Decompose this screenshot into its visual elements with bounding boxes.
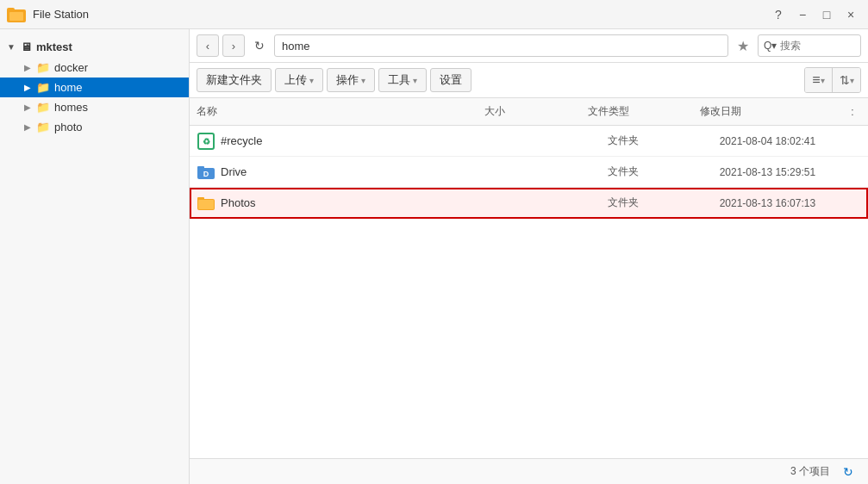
recycle-icon: ♻	[197, 132, 215, 151]
sidebar: ▼ 🖥 mktest ▶ 📁 docker ▶ 📁 home ▶ 📁 homes	[0, 29, 190, 484]
view-options: ≡ ▾ ⇅ ▾	[804, 67, 861, 93]
sort-button[interactable]: ⇅ ▾	[833, 68, 860, 92]
maximize-button[interactable]: □	[816, 4, 837, 25]
svg-rect-1	[7, 8, 15, 12]
toolbar-top: ‹ › ↻ ★ Q▾	[190, 29, 868, 63]
upload-label: 上传	[284, 72, 307, 88]
photos-folder-icon	[197, 194, 215, 213]
search-input[interactable]	[780, 40, 849, 52]
titlebar: File Station ? − □ ×	[0, 0, 868, 29]
star-icon: ★	[737, 38, 749, 54]
toolbar-buttons: 新建文件夹 上传 ▾ 操作 ▾ 工具 ▾ 设置 ≡ ▾	[190, 63, 868, 98]
table-row[interactable]: D Drive 文件夹 2021-08-13 15:29:51	[190, 157, 868, 188]
home-folder-icon: 📁	[36, 81, 50, 94]
settings-button[interactable]: 设置	[430, 68, 471, 92]
sidebar-children: ▶ 📁 docker ▶ 📁 home ▶ 📁 homes ▶ 📁 photo	[0, 58, 189, 137]
app-icon	[7, 5, 26, 24]
photo-arrow: ▶	[24, 122, 36, 132]
upload-caret: ▾	[309, 76, 314, 85]
row-date: 2021-08-13 16:07:13	[720, 197, 861, 209]
sort-icon: ⇅	[840, 73, 850, 87]
tools-caret: ▾	[413, 76, 417, 85]
forward-icon: ›	[232, 40, 235, 53]
col-date-label: 修改日期	[700, 104, 741, 119]
search-box[interactable]: Q▾	[758, 34, 861, 57]
sidebar-root-mktest[interactable]: ▼ 🖥 mktest	[0, 36, 189, 58]
col-type-header[interactable]: 文件类型	[588, 104, 700, 119]
app-title: File Station	[33, 8, 768, 21]
col-more-header[interactable]: :	[844, 106, 861, 118]
docker-folder-icon: 📁	[36, 61, 50, 74]
homes-folder-icon: 📁	[36, 101, 50, 114]
tools-button[interactable]: 工具 ▾	[378, 68, 427, 92]
root-arrow: ▼	[7, 42, 19, 52]
new-folder-label: 新建文件夹	[206, 72, 262, 88]
root-label: mktest	[36, 40, 182, 53]
file-panel: ‹ › ↻ ★ Q▾ 新建文件夹 上传 ▾	[190, 29, 868, 484]
sidebar-item-home[interactable]: ▶ 📁 home	[0, 78, 189, 97]
col-type-label: 文件类型	[588, 104, 629, 119]
minimize-button[interactable]: −	[792, 4, 813, 25]
action-caret: ▾	[361, 76, 365, 85]
col-name-header[interactable]: 名称	[197, 104, 484, 119]
drive-folder-icon: D	[197, 163, 215, 182]
col-more-icon: :	[851, 106, 853, 118]
action-label: 操作	[336, 72, 359, 88]
address-bar[interactable]	[274, 34, 728, 57]
window-controls: ? − □ ×	[768, 4, 861, 25]
col-size-header[interactable]: 大小	[484, 104, 588, 119]
file-list-body: ♻ #recycle 文件夹 2021-08-04 18:02:41 D Dr	[190, 126, 868, 458]
list-view-button[interactable]: ≡ ▾	[805, 68, 833, 92]
sidebar-item-docker[interactable]: ▶ 📁 docker	[0, 58, 189, 78]
file-list-header: 名称 大小 文件类型 修改日期 :	[190, 98, 868, 126]
sort-dropdown[interactable]: ▾	[850, 76, 854, 85]
row-date: 2021-08-04 18:02:41	[720, 135, 861, 147]
homes-label: homes	[54, 101, 182, 114]
list-view-icon: ≡	[812, 72, 820, 88]
main-content: ▼ 🖥 mktest ▶ 📁 docker ▶ 📁 home ▶ 📁 homes	[0, 29, 868, 484]
svg-text:♻: ♻	[203, 137, 210, 146]
row-name: Drive	[221, 165, 504, 178]
table-row[interactable]: ♻ #recycle 文件夹 2021-08-04 18:02:41	[190, 126, 868, 157]
new-folder-button[interactable]: 新建文件夹	[197, 68, 272, 92]
row-type: 文件夹	[608, 195, 720, 210]
table-row[interactable]: Photos 文件夹 2021-08-13 16:07:13	[190, 188, 868, 219]
list-view-dropdown[interactable]: ▾	[821, 76, 825, 85]
svg-rect-10	[198, 200, 214, 209]
back-button[interactable]: ‹	[197, 34, 219, 57]
item-count: 3 个项目	[790, 464, 830, 479]
status-refresh-button[interactable]: ↻	[839, 462, 858, 481]
svg-text:D: D	[203, 170, 209, 178]
favorite-button[interactable]: ★	[732, 34, 754, 57]
refresh-button[interactable]: ↻	[248, 34, 271, 57]
action-button[interactable]: 操作 ▾	[327, 68, 375, 92]
home-label: home	[54, 81, 182, 94]
homes-arrow: ▶	[24, 102, 36, 112]
row-type: 文件夹	[608, 133, 720, 148]
docker-arrow: ▶	[24, 63, 36, 72]
help-button[interactable]: ?	[768, 4, 789, 25]
tools-label: 工具	[388, 72, 410, 88]
upload-button[interactable]: 上传 ▾	[275, 68, 323, 92]
refresh-icon: ↻	[254, 39, 265, 53]
photo-label: photo	[54, 121, 182, 133]
back-icon: ‹	[206, 40, 209, 53]
svg-rect-2	[9, 12, 23, 21]
close-button[interactable]: ×	[840, 4, 861, 25]
row-name: #recycle	[221, 134, 504, 147]
docker-label: docker	[54, 61, 182, 74]
root-folder-icon: 🖥	[21, 40, 32, 53]
search-dropdown-icon[interactable]: Q▾	[764, 40, 777, 52]
row-type: 文件夹	[608, 164, 720, 179]
col-name-label: 名称	[197, 104, 217, 119]
forward-button[interactable]: ›	[222, 34, 245, 57]
sidebar-item-homes[interactable]: ▶ 📁 homes	[0, 97, 189, 117]
status-refresh-icon: ↻	[843, 465, 853, 479]
row-name: Photos	[221, 196, 504, 209]
sidebar-item-photo[interactable]: ▶ 📁 photo	[0, 117, 189, 137]
col-date-header[interactable]: 修改日期	[700, 104, 844, 119]
col-size-label: 大小	[484, 104, 505, 119]
photo-folder-icon: 📁	[36, 121, 50, 133]
settings-label: 设置	[440, 72, 462, 88]
home-arrow: ▶	[24, 83, 36, 92]
